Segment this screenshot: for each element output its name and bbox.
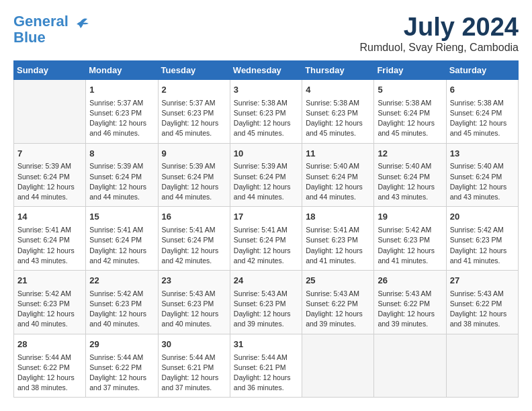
day-header-monday: Monday bbox=[86, 60, 158, 79]
cell-content: Sunrise: 5:41 AM Sunset: 6:24 PM Dayligh… bbox=[17, 225, 82, 266]
day-header-sunday: Sunday bbox=[14, 60, 86, 79]
calendar-cell: 18Sunrise: 5:41 AM Sunset: 6:23 PM Dayli… bbox=[302, 207, 374, 271]
calendar-cell: 11Sunrise: 5:40 AM Sunset: 6:24 PM Dayli… bbox=[302, 143, 374, 207]
calendar-cell: 17Sunrise: 5:41 AM Sunset: 6:24 PM Dayli… bbox=[230, 207, 302, 271]
day-number: 20 bbox=[450, 211, 515, 224]
cell-content: Sunrise: 5:44 AM Sunset: 6:22 PM Dayligh… bbox=[17, 353, 82, 394]
logo-bird-icon bbox=[71, 16, 90, 38]
day-number: 8 bbox=[89, 148, 154, 161]
calendar-cell: 10Sunrise: 5:39 AM Sunset: 6:24 PM Dayli… bbox=[230, 143, 302, 207]
day-header-wednesday: Wednesday bbox=[230, 60, 302, 79]
calendar-cell: 2Sunrise: 5:37 AM Sunset: 6:23 PM Daylig… bbox=[158, 79, 230, 143]
day-number: 5 bbox=[378, 84, 442, 97]
calendar-cell: 26Sunrise: 5:43 AM Sunset: 6:22 PM Dayli… bbox=[374, 270, 446, 334]
calendar-cell: 1Sunrise: 5:37 AM Sunset: 6:23 PM Daylig… bbox=[86, 79, 158, 143]
cell-content: Sunrise: 5:40 AM Sunset: 6:24 PM Dayligh… bbox=[450, 161, 515, 202]
week-row-1: 1Sunrise: 5:37 AM Sunset: 6:23 PM Daylig… bbox=[14, 79, 519, 143]
day-number: 26 bbox=[378, 275, 442, 287]
cell-content: Sunrise: 5:39 AM Sunset: 6:24 PM Dayligh… bbox=[234, 161, 298, 202]
calendar-cell: 19Sunrise: 5:42 AM Sunset: 6:23 PM Dayli… bbox=[374, 207, 446, 271]
calendar-cell: 30Sunrise: 5:44 AM Sunset: 6:21 PM Dayli… bbox=[158, 334, 230, 398]
calendar-cell: 3Sunrise: 5:38 AM Sunset: 6:23 PM Daylig… bbox=[230, 79, 302, 143]
cell-content: Sunrise: 5:40 AM Sunset: 6:24 PM Dayligh… bbox=[378, 161, 442, 202]
day-number: 3 bbox=[234, 84, 298, 97]
day-number: 19 bbox=[378, 211, 442, 224]
month-year-title: July 2024 bbox=[359, 13, 519, 42]
week-row-3: 14Sunrise: 5:41 AM Sunset: 6:24 PM Dayli… bbox=[14, 207, 519, 271]
day-number: 18 bbox=[306, 211, 370, 224]
calendar-cell: 6Sunrise: 5:38 AM Sunset: 6:24 PM Daylig… bbox=[446, 79, 518, 143]
day-header-tuesday: Tuesday bbox=[158, 60, 230, 79]
logo-text: General Blue bbox=[13, 13, 69, 46]
cell-content: Sunrise: 5:43 AM Sunset: 6:23 PM Dayligh… bbox=[234, 289, 298, 330]
day-number: 31 bbox=[234, 338, 298, 351]
calendar-cell: 15Sunrise: 5:41 AM Sunset: 6:24 PM Dayli… bbox=[86, 207, 158, 271]
cell-content: Sunrise: 5:39 AM Sunset: 6:24 PM Dayligh… bbox=[162, 161, 226, 202]
day-number: 10 bbox=[234, 148, 298, 161]
day-number: 16 bbox=[162, 211, 226, 224]
day-number: 9 bbox=[162, 148, 226, 161]
cell-content: Sunrise: 5:41 AM Sunset: 6:24 PM Dayligh… bbox=[162, 225, 226, 266]
week-row-4: 21Sunrise: 5:42 AM Sunset: 6:23 PM Dayli… bbox=[14, 270, 519, 334]
calendar-cell: 27Sunrise: 5:43 AM Sunset: 6:22 PM Dayli… bbox=[446, 270, 518, 334]
calendar-cell bbox=[302, 334, 374, 398]
cell-content: Sunrise: 5:38 AM Sunset: 6:23 PM Dayligh… bbox=[234, 98, 298, 139]
calendar-table: SundayMondayTuesdayWednesdayThursdayFrid… bbox=[13, 60, 519, 398]
calendar-cell: 24Sunrise: 5:43 AM Sunset: 6:23 PM Dayli… bbox=[230, 270, 302, 334]
day-number: 15 bbox=[89, 211, 154, 224]
calendar-cell bbox=[14, 79, 86, 143]
header: General Blue July 2024 Rumduol, Svay Rie… bbox=[13, 13, 519, 54]
calendar-cell: 31Sunrise: 5:44 AM Sunset: 6:21 PM Dayli… bbox=[230, 334, 302, 398]
cell-content: Sunrise: 5:44 AM Sunset: 6:21 PM Dayligh… bbox=[234, 353, 298, 394]
day-number: 13 bbox=[450, 148, 515, 161]
header-row: SundayMondayTuesdayWednesdayThursdayFrid… bbox=[14, 60, 519, 79]
cell-content: Sunrise: 5:37 AM Sunset: 6:23 PM Dayligh… bbox=[89, 98, 154, 139]
day-number: 12 bbox=[378, 148, 442, 161]
calendar-cell: 29Sunrise: 5:44 AM Sunset: 6:22 PM Dayli… bbox=[86, 334, 158, 398]
day-number: 2 bbox=[162, 84, 226, 97]
cell-content: Sunrise: 5:42 AM Sunset: 6:23 PM Dayligh… bbox=[378, 225, 442, 266]
cell-content: Sunrise: 5:42 AM Sunset: 6:23 PM Dayligh… bbox=[450, 225, 515, 266]
calendar-cell bbox=[446, 334, 518, 398]
cell-content: Sunrise: 5:37 AM Sunset: 6:23 PM Dayligh… bbox=[162, 98, 226, 139]
day-number: 17 bbox=[234, 211, 298, 224]
cell-content: Sunrise: 5:38 AM Sunset: 6:24 PM Dayligh… bbox=[378, 98, 442, 139]
day-number: 23 bbox=[162, 275, 226, 287]
day-number: 25 bbox=[306, 275, 370, 287]
day-header-saturday: Saturday bbox=[446, 60, 518, 79]
cell-content: Sunrise: 5:42 AM Sunset: 6:23 PM Dayligh… bbox=[89, 289, 154, 330]
cell-content: Sunrise: 5:38 AM Sunset: 6:23 PM Dayligh… bbox=[306, 98, 370, 139]
day-number: 22 bbox=[89, 275, 154, 287]
calendar-cell: 23Sunrise: 5:43 AM Sunset: 6:23 PM Dayli… bbox=[158, 270, 230, 334]
day-number: 21 bbox=[17, 275, 82, 287]
logo: General Blue bbox=[13, 13, 90, 46]
cell-content: Sunrise: 5:41 AM Sunset: 6:24 PM Dayligh… bbox=[89, 225, 154, 266]
day-number: 29 bbox=[89, 338, 154, 351]
day-number: 4 bbox=[306, 84, 370, 97]
cell-content: Sunrise: 5:44 AM Sunset: 6:22 PM Dayligh… bbox=[89, 353, 154, 394]
day-number: 14 bbox=[17, 211, 82, 224]
day-number: 30 bbox=[162, 338, 226, 351]
cell-content: Sunrise: 5:43 AM Sunset: 6:22 PM Dayligh… bbox=[306, 289, 370, 330]
calendar-cell: 4Sunrise: 5:38 AM Sunset: 6:23 PM Daylig… bbox=[302, 79, 374, 143]
cell-content: Sunrise: 5:39 AM Sunset: 6:24 PM Dayligh… bbox=[17, 161, 82, 202]
calendar-cell: 9Sunrise: 5:39 AM Sunset: 6:24 PM Daylig… bbox=[158, 143, 230, 207]
calendar-cell: 25Sunrise: 5:43 AM Sunset: 6:22 PM Dayli… bbox=[302, 270, 374, 334]
cell-content: Sunrise: 5:42 AM Sunset: 6:23 PM Dayligh… bbox=[17, 289, 82, 330]
calendar-cell: 22Sunrise: 5:42 AM Sunset: 6:23 PM Dayli… bbox=[86, 270, 158, 334]
week-row-5: 28Sunrise: 5:44 AM Sunset: 6:22 PM Dayli… bbox=[14, 334, 519, 398]
cell-content: Sunrise: 5:43 AM Sunset: 6:22 PM Dayligh… bbox=[378, 289, 442, 330]
calendar-cell: 21Sunrise: 5:42 AM Sunset: 6:23 PM Dayli… bbox=[14, 270, 86, 334]
cell-content: Sunrise: 5:41 AM Sunset: 6:23 PM Dayligh… bbox=[306, 225, 370, 266]
cell-content: Sunrise: 5:43 AM Sunset: 6:23 PM Dayligh… bbox=[162, 289, 226, 330]
calendar-cell: 28Sunrise: 5:44 AM Sunset: 6:22 PM Dayli… bbox=[14, 334, 86, 398]
week-row-2: 7Sunrise: 5:39 AM Sunset: 6:24 PM Daylig… bbox=[14, 143, 519, 207]
day-header-friday: Friday bbox=[374, 60, 446, 79]
calendar-cell: 14Sunrise: 5:41 AM Sunset: 6:24 PM Dayli… bbox=[14, 207, 86, 271]
day-number: 27 bbox=[450, 275, 515, 287]
calendar-cell bbox=[374, 334, 446, 398]
day-number: 24 bbox=[234, 275, 298, 287]
cell-content: Sunrise: 5:40 AM Sunset: 6:24 PM Dayligh… bbox=[306, 161, 370, 202]
title-section: July 2024 Rumduol, Svay Rieng, Cambodia bbox=[359, 13, 519, 54]
day-number: 6 bbox=[450, 84, 515, 97]
